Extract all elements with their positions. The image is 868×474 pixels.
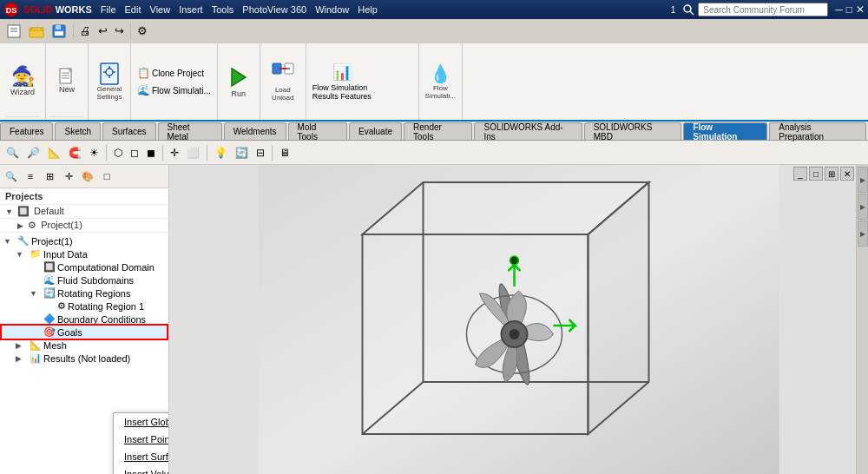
icon-perspective[interactable]: ⬜ — [184, 144, 202, 161]
right-panel-btn-2[interactable]: ▶ — [858, 194, 868, 220]
new-btn[interactable] — [3, 22, 24, 41]
maximize-btn[interactable]: □ — [846, 3, 852, 16]
sep-icon-3 — [207, 145, 207, 161]
menu-edit[interactable]: Edit — [125, 4, 141, 15]
menu-photoview[interactable]: PhotoView 360 — [242, 4, 306, 15]
icon-toolbar: 🔍 🔎 📐 🧲 ☀ ⬡ ◻ ◼ ✛ ⬜ 💡 🔄 ⊟ 🖥 — [0, 141, 868, 165]
sidebar-icon-search[interactable]: 🔍 — [3, 168, 20, 185]
default-item[interactable]: ▼ 🔲 Default — [0, 205, 168, 219]
viewport-controls: _ □ ⊞ ✕ — [793, 167, 854, 181]
new-ribbon-btn[interactable]: New — [49, 65, 84, 96]
viewport[interactable]: ▶ ▶ ▶ _ □ ⊞ ✕ — [169, 165, 868, 474]
tab-sw-addins[interactable]: SOLIDWORKS Add-Ins — [474, 122, 582, 140]
icon-rotate[interactable]: 🔄 — [233, 144, 251, 161]
tab-flow-simulation[interactable]: Flow Simulation — [683, 122, 767, 140]
sidebar-icon-pin[interactable]: ✛ — [60, 168, 77, 185]
flow-sim-last-btn[interactable]: 💧 FlowSimulati... — [423, 61, 458, 102]
ctx-insert-surface-goals[interactable]: Insert Surface Goals... — [114, 448, 169, 465]
open-btn[interactable] — [26, 22, 47, 41]
run-btn[interactable]: Run — [221, 63, 256, 101]
icon-display[interactable]: 🖥 — [277, 144, 293, 161]
project-item[interactable]: ▶ ⚙ Project(1) — [0, 219, 168, 233]
ctx-insert-global-goals[interactable]: Insert Global Goals... — [114, 413, 169, 431]
menu-insert[interactable]: Insert — [179, 4, 203, 15]
save-btn[interactable] — [49, 22, 69, 41]
sidebar-icon-box[interactable]: □ — [98, 168, 115, 185]
close-btn[interactable]: ✕ — [856, 3, 865, 16]
icon-axes[interactable]: ✛ — [168, 144, 181, 161]
redo-btn[interactable]: ↪ — [112, 22, 127, 41]
ctx-insert-volume-goals[interactable]: Insert Volume Goals... — [114, 465, 169, 474]
tab-weldments[interactable]: Weldments — [224, 122, 286, 140]
menu-view[interactable]: View — [150, 4, 171, 15]
general-settings-btn[interactable]: GeneralSettings — [92, 59, 127, 104]
tree-goals[interactable]: ▶ 🎯 Goals — [2, 326, 167, 339]
viewport-minimize[interactable]: _ — [793, 167, 807, 181]
icon-view2[interactable]: ◻ — [128, 144, 141, 161]
menu-tools[interactable]: Tools — [212, 4, 234, 15]
icon-sun[interactable]: ☀ — [87, 144, 102, 161]
tab-render-tools[interactable]: Render Tools — [404, 122, 472, 140]
svg-rect-10 — [55, 31, 63, 36]
ribbon-group-run: Run — [218, 43, 260, 120]
tree-fluid-subdomains[interactable]: ▶ 🌊 Fluid Subdomains — [2, 273, 167, 286]
ribbon: 🧙 Wizard New GeneralSettings — [0, 43, 868, 122]
tree-boundary-conditions[interactable]: ▶ 🔷 Boundary Conditions — [2, 313, 167, 326]
flow-sim-small-btn[interactable]: 🌊 Flow Simulati... — [135, 82, 214, 98]
viewport-close[interactable]: ✕ — [840, 167, 854, 181]
icon-search2[interactable]: 🔎 — [24, 144, 43, 161]
minimize-btn[interactable]: ─ — [835, 3, 843, 16]
tree-results[interactable]: ▶ 📊 Results (Not loaded) — [2, 352, 167, 365]
tab-evaluate[interactable]: Evaluate — [349, 122, 402, 140]
tab-sketch[interactable]: Sketch — [55, 122, 101, 140]
viewport-maximize[interactable]: □ — [809, 167, 823, 181]
tree-project[interactable]: ▼ 🔧 Project(1) — [2, 234, 167, 247]
svg-line-3 — [690, 11, 694, 15]
menu-help[interactable]: Help — [358, 4, 378, 15]
projects-header: Projects — [0, 188, 168, 205]
undo-btn[interactable]: ↩ — [95, 22, 110, 41]
right-panel-btn-3[interactable]: ▶ — [858, 221, 868, 247]
tree-computational-domain[interactable]: ▶ 🔲 Computational Domain — [2, 260, 167, 273]
sidebar: 🔍 ≡ ⊞ ✛ 🎨 □ Projects ▼ 🔲 Default ▶ ⚙ Pro… — [0, 165, 169, 474]
svg-rect-9 — [56, 25, 61, 30]
tree-input-data[interactable]: ▼ 📁 Input Data — [2, 247, 167, 260]
ctx-insert-point-goals[interactable]: Insert Point Goals... — [114, 431, 169, 448]
menu-window[interactable]: Window — [315, 4, 349, 15]
ribbon-group-new: New — [46, 43, 89, 120]
icon-light[interactable]: 💡 — [212, 144, 230, 161]
clone-project-btn[interactable]: 📋 Clone Project — [135, 65, 214, 81]
print-btn[interactable]: 🖨 — [77, 22, 94, 41]
ribbon-spacer — [463, 43, 868, 120]
tab-surfaces[interactable]: Surfaces — [102, 122, 155, 140]
menu-file[interactable]: File — [101, 4, 116, 15]
options-btn[interactable]: ⚙ — [135, 22, 150, 41]
window-number: 1 — [671, 5, 676, 15]
sidebar-icon-color[interactable]: 🎨 — [79, 168, 96, 185]
tab-sheet-metal[interactable]: Sheet Metal — [158, 122, 222, 140]
menu-bar: File Edit View Insert Tools PhotoView 36… — [101, 4, 378, 15]
sep-icon-4 — [272, 145, 273, 161]
icon-view3[interactable]: ◼ — [144, 144, 158, 161]
tab-features[interactable]: Features — [0, 122, 53, 140]
icon-search[interactable]: 🔍 — [3, 144, 22, 161]
tabs-bar: Features Sketch Surfaces Sheet Metal Wel… — [0, 122, 868, 141]
sidebar-icon-list[interactable]: ≡ — [22, 168, 39, 185]
load-unload-btn[interactable]: Load Unload — [266, 59, 300, 104]
sidebar-icon-grid[interactable]: ⊞ — [41, 168, 58, 185]
tab-analysis-preparation[interactable]: Analysis Preparation — [769, 122, 866, 140]
results-features-btn[interactable]: 📊 Flow SimulationResults Features — [310, 60, 374, 103]
icon-snap[interactable]: 📐 — [45, 144, 63, 161]
icon-magnet[interactable]: 🧲 — [66, 144, 84, 161]
tab-sw-mbd[interactable]: SOLIDWORKS MBD — [584, 122, 682, 140]
search-input[interactable] — [698, 3, 828, 16]
tree-rotating-regions[interactable]: ▼ 🔄 Rotating Regions — [2, 286, 167, 300]
tree-mesh[interactable]: ▶ 📐 Mesh — [2, 339, 167, 352]
icon-view1[interactable]: ⬡ — [111, 144, 125, 161]
icon-section[interactable]: ⊟ — [253, 144, 267, 161]
right-panel-btn-1[interactable]: ▶ — [858, 167, 868, 193]
viewport-restore[interactable]: ⊞ — [825, 167, 838, 181]
tab-mold-tools[interactable]: Mold Tools — [288, 122, 348, 140]
tree-rotating-region-1[interactable]: ▶ ⚙ Rotating Region 1 — [2, 300, 167, 313]
wizard-btn[interactable]: 🧙 Wizard — [5, 62, 40, 100]
